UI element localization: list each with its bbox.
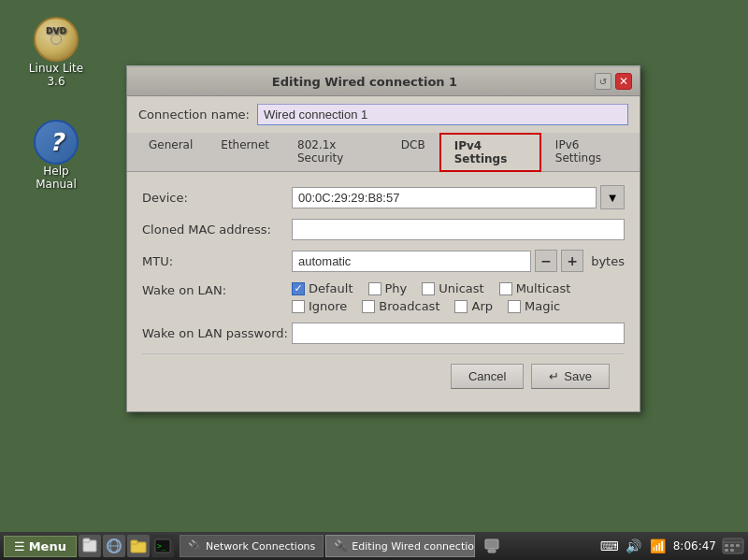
dvd-icon-label: Linux Lite 3.6: [26, 62, 86, 88]
wol-phy-checkbox[interactable]: [368, 282, 381, 295]
svg-rect-13: [725, 544, 728, 547]
dialog-controls: ↺ ✕: [595, 73, 632, 90]
tab-ipv6[interactable]: IPv6 Settings: [541, 133, 632, 172]
wol-password-field: [292, 323, 625, 344]
taskbar-terminal-icon[interactable]: >_: [151, 535, 174, 557]
taskbar-date-grid-icon[interactable]: [722, 538, 744, 554]
mtu-field-row: − + bytes: [292, 250, 625, 272]
wol-multicast-item[interactable]: Multicast: [499, 281, 571, 295]
browser-svg-icon: [106, 538, 122, 554]
tab-dcb[interactable]: DCB: [387, 133, 439, 172]
wol-default-item[interactable]: ✓ Default: [292, 281, 353, 295]
taskbar-right: ⌨ 🔊 📶 8:06:47: [600, 537, 744, 555]
wol-phy-item[interactable]: Phy: [368, 281, 408, 295]
wol-magic-label: Magic: [525, 299, 560, 313]
wol-magic-checkbox[interactable]: [508, 300, 521, 313]
wol-arp-item[interactable]: Arp: [454, 299, 493, 313]
taskbar-settings-icon[interactable]: [481, 535, 503, 557]
dialog-titlebar: Editing Wired connection 1 ↺ ✕: [127, 67, 640, 96]
taskbar-files-icon[interactable]: [79, 535, 101, 557]
menu-button[interactable]: ☰ Menu: [4, 536, 77, 557]
wol-arp-label: Arp: [471, 299, 493, 313]
save-label: Save: [564, 369, 592, 383]
mtu-row: MTU: − + bytes: [142, 250, 625, 272]
tab-general[interactable]: General: [135, 133, 207, 172]
wol-broadcast-item[interactable]: Broadcast: [362, 299, 439, 313]
files-svg-icon: [81, 538, 98, 554]
keyboard-icon[interactable]: ⌨: [600, 537, 619, 555]
device-select[interactable]: 00:0C:29:29:B8:57: [292, 187, 597, 208]
device-label: Device:: [142, 191, 292, 205]
wol-unicast-checkbox[interactable]: [422, 282, 435, 295]
svg-rect-16: [725, 549, 728, 552]
wol-broadcast-checkbox[interactable]: [362, 300, 375, 313]
tabs-row: General Ethernet 802.1x Security DCB IPv…: [127, 133, 640, 172]
help-icon-label: Help Manual: [26, 165, 86, 191]
volume-icon[interactable]: 🔊: [625, 537, 643, 555]
wol-multicast-label: Multicast: [516, 281, 571, 295]
taskbar-folder-icon[interactable]: [127, 535, 150, 557]
wol-checkbox-row1: ✓ Default Phy Unicast Multicast: [292, 281, 625, 295]
cancel-button[interactable]: Cancel: [451, 364, 524, 389]
wol-magic-item[interactable]: Magic: [508, 299, 560, 313]
cloned-mac-field: [292, 219, 625, 240]
tab-ipv4[interactable]: IPv4 Settings: [439, 133, 541, 172]
wol-default-checkbox[interactable]: ✓: [292, 282, 305, 295]
wol-unicast-item[interactable]: Unicast: [422, 281, 483, 295]
network-connections-label: Network Connections: [206, 540, 315, 553]
wol-row: Wake on LAN: ✓ Default Phy Unicast: [142, 281, 625, 313]
help-icon-image: ?: [34, 120, 79, 165]
device-row: Device: 00:0C:29:29:B8:57 ▼: [142, 185, 625, 209]
wol-arp-checkbox[interactable]: [454, 300, 468, 313]
svg-rect-15: [736, 544, 740, 547]
editing-taskbar-label: Editing Wired connectio...: [352, 540, 475, 553]
device-dropdown-arrow[interactable]: ▼: [600, 185, 625, 209]
mtu-decrease-button[interactable]: −: [535, 250, 557, 272]
wol-options: ✓ Default Phy Unicast Multicast: [292, 281, 625, 313]
terminal-svg-icon: >_: [154, 538, 171, 554]
wol-password-row: Wake on LAN password:: [142, 323, 625, 344]
dialog-content: Device: 00:0C:29:29:B8:57 ▼ Cloned MAC a…: [127, 172, 640, 411]
cloned-mac-label: Cloned MAC address:: [142, 223, 292, 237]
wol-default-label: Default: [309, 281, 353, 295]
wol-password-input[interactable]: [292, 323, 625, 344]
editing-taskbar-icon: 🔌: [334, 539, 348, 553]
mtu-label: MTU:: [142, 254, 292, 268]
wol-password-label: Wake on LAN password:: [142, 326, 292, 340]
wol-broadcast-label: Broadcast: [379, 299, 439, 313]
mtu-input[interactable]: [292, 251, 531, 272]
network-status-icon[interactable]: 📶: [649, 537, 668, 555]
editing-dialog-taskbar-button[interactable]: 🔌 Editing Wired connectio...: [325, 535, 475, 557]
taskbar-browser-icon[interactable]: [103, 535, 125, 557]
dvd-icon-image: DVD: [34, 17, 79, 62]
dialog-footer: Cancel ↵ Save: [142, 353, 625, 398]
wol-ignore-checkbox[interactable]: [292, 300, 305, 313]
connection-name-row: Connection name:: [127, 96, 640, 133]
wol-checkbox-row2: Ignore Broadcast Arp Magic: [292, 299, 625, 313]
dialog-close-button[interactable]: ✕: [615, 73, 632, 90]
wol-label: Wake on LAN:: [142, 281, 292, 297]
settings-svg-icon: [483, 538, 500, 554]
cloned-mac-input[interactable]: [292, 219, 625, 240]
svg-rect-9: [485, 539, 498, 549]
editing-dialog: Editing Wired connection 1 ↺ ✕ Connectio…: [126, 65, 640, 412]
wol-ignore-item[interactable]: Ignore: [292, 299, 347, 313]
folder-svg-icon: [130, 538, 147, 554]
help-question-mark: ?: [49, 128, 63, 156]
wol-ignore-label: Ignore: [309, 299, 347, 313]
network-connections-icon: 🔌: [188, 539, 202, 553]
wol-phy-label: Phy: [385, 281, 408, 295]
wol-multicast-checkbox[interactable]: [499, 282, 512, 295]
dvd-desktop-icon[interactable]: DVD Linux Lite 3.6: [19, 9, 94, 95]
tab-ethernet[interactable]: Ethernet: [207, 133, 283, 172]
taskbar: ☰ Menu >_ 🔌 Network Connections �: [0, 532, 748, 560]
tab-8021x[interactable]: 802.1x Security: [283, 133, 387, 172]
dialog-reset-button[interactable]: ↺: [595, 73, 611, 90]
connection-name-input[interactable]: [257, 104, 628, 125]
help-manual-desktop-icon[interactable]: ? Help Manual: [19, 112, 94, 198]
svg-rect-17: [730, 549, 734, 552]
network-connections-taskbar-button[interactable]: 🔌 Network Connections: [180, 535, 324, 557]
cloned-mac-row: Cloned MAC address:: [142, 219, 625, 240]
save-button[interactable]: ↵ Save: [531, 364, 610, 389]
mtu-increase-button[interactable]: +: [561, 250, 583, 272]
